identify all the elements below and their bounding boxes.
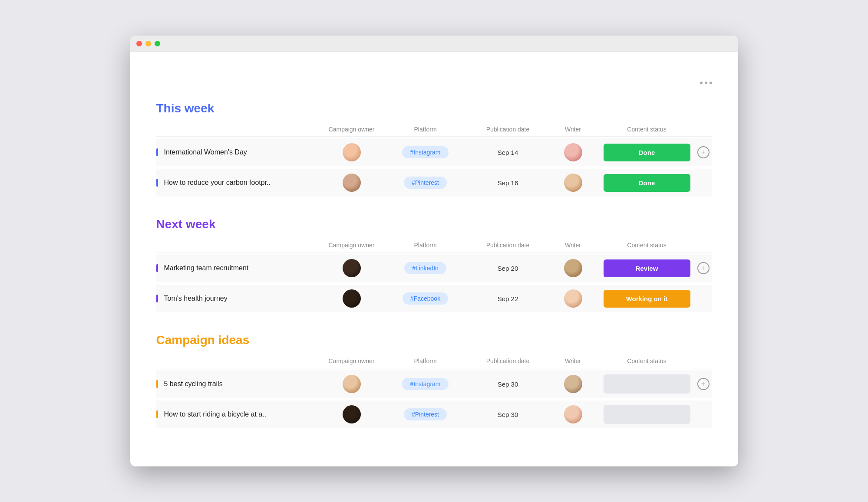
- platform-tag[interactable]: #Instagram: [402, 378, 448, 390]
- avatar: [564, 375, 582, 393]
- platform-cell: #Facebook: [382, 292, 469, 305]
- table-row: Marketing team recruitment#LinkedInSep 2…: [156, 254, 712, 282]
- table-header: Campaign ownerPlatformPublication dateWr…: [156, 238, 712, 253]
- platform-cell: #Instagram: [382, 378, 469, 390]
- section-campaign-ideas: Campaign ideasCampaign ownerPlatformPubl…: [156, 333, 712, 428]
- table-row: How to start riding a bicycle at a..#Pin…: [156, 400, 712, 428]
- status-button-done[interactable]: Done: [604, 144, 690, 161]
- section-header: Campaign ideas: [156, 333, 712, 347]
- row-border: [156, 179, 158, 187]
- writer-cell: [547, 289, 599, 308]
- add-row-button[interactable]: +: [697, 146, 710, 158]
- col-header-publication-date: Publication date: [469, 358, 547, 364]
- status-cell: Done: [599, 144, 695, 161]
- row-title: How to reduce your carbon footpr..: [164, 179, 271, 187]
- add-row-button[interactable]: +: [697, 378, 710, 390]
- avatar: [564, 174, 582, 192]
- col-header-campaign-owner: Campaign owner: [321, 126, 382, 133]
- platform-tag[interactable]: #LinkedIn: [404, 262, 446, 274]
- row-name-cell: How to start riding a bicycle at a..: [156, 405, 321, 423]
- publication-date: Sep 16: [498, 179, 518, 187]
- table-row: How to reduce your carbon footpr..#Pinte…: [156, 169, 712, 197]
- section-title: Campaign ideas: [156, 333, 712, 347]
- avatar: [564, 289, 582, 308]
- date-cell: Sep 30: [469, 381, 547, 388]
- section-header: This week: [156, 102, 712, 115]
- owner-cell: [321, 259, 382, 277]
- platform-cell: #Pinterest: [382, 177, 469, 189]
- row-border: [156, 264, 158, 272]
- publication-date: Sep 20: [498, 265, 518, 272]
- avatar: [564, 259, 582, 277]
- titlebar: [130, 36, 738, 52]
- row-name-cell: Tom's health journey: [156, 289, 321, 308]
- status-cell: Review: [599, 259, 695, 277]
- app-window: This weekCampaign ownerPlatformPublicati…: [130, 36, 738, 466]
- date-cell: Sep 16: [469, 179, 547, 187]
- avatar: [343, 259, 361, 277]
- status-button-done[interactable]: Done: [604, 174, 690, 192]
- add-row-button[interactable]: +: [697, 262, 710, 274]
- table: Campaign ownerPlatformPublication dateWr…: [156, 238, 712, 312]
- add-cell: +: [695, 262, 712, 274]
- col-header-platform: Platform: [382, 242, 469, 249]
- main-content: This weekCampaign ownerPlatformPublicati…: [130, 52, 738, 466]
- publication-date: Sep 22: [498, 295, 518, 302]
- owner-cell: [321, 143, 382, 161]
- avatar: [343, 405, 361, 423]
- owner-cell: [321, 289, 382, 308]
- status-empty[interactable]: [604, 374, 690, 394]
- more-menu-button[interactable]: [700, 74, 712, 84]
- platform-tag[interactable]: #Facebook: [403, 292, 448, 305]
- col-header-campaign-owner: Campaign owner: [321, 242, 382, 249]
- col-header-writer: Writer: [547, 242, 599, 249]
- col-header-content-status: Content status: [599, 358, 695, 364]
- publication-date: Sep 30: [498, 411, 518, 418]
- minimize-button[interactable]: [145, 41, 151, 46]
- row-title: 5 best cycling trails: [164, 380, 223, 388]
- section-next-week: Next weekCampaign ownerPlatformPublicati…: [156, 217, 712, 312]
- row-name-cell: How to reduce your carbon footpr..: [156, 174, 321, 192]
- section-header: Next week: [156, 217, 712, 231]
- avatar: [343, 375, 361, 393]
- row-name-cell: 5 best cycling trails: [156, 375, 321, 393]
- date-cell: Sep 22: [469, 295, 547, 302]
- publication-date: Sep 30: [498, 381, 518, 388]
- col-header-publication-date: Publication date: [469, 126, 547, 133]
- writer-cell: [547, 375, 599, 393]
- status-empty[interactable]: [604, 405, 690, 424]
- col-header-writer: Writer: [547, 358, 599, 364]
- platform-cell: #Pinterest: [382, 408, 469, 420]
- publication-date: Sep 14: [498, 149, 518, 156]
- add-cell: +: [695, 378, 712, 390]
- row-name-cell: Marketing team recruitment: [156, 259, 321, 277]
- owner-cell: [321, 375, 382, 393]
- avatar: [343, 143, 361, 161]
- status-button-working[interactable]: Working on it: [604, 290, 690, 308]
- status-cell: [599, 374, 695, 394]
- platform-tag[interactable]: #Pinterest: [404, 408, 447, 420]
- writer-cell: [547, 405, 599, 423]
- maximize-button[interactable]: [155, 41, 160, 46]
- more-dot: [700, 82, 703, 84]
- more-dot: [710, 82, 712, 84]
- row-title: How to start riding a bicycle at a..: [164, 410, 267, 418]
- col-header-content-status: Content status: [599, 126, 695, 133]
- page-header: [156, 74, 712, 84]
- close-button[interactable]: [136, 41, 142, 46]
- row-border: [156, 295, 158, 302]
- platform-tag[interactable]: #Pinterest: [404, 177, 447, 189]
- owner-cell: [321, 405, 382, 423]
- status-cell: [599, 405, 695, 424]
- section-this-week: This weekCampaign ownerPlatformPublicati…: [156, 102, 712, 197]
- status-button-review[interactable]: Review: [604, 259, 690, 277]
- section-title: Next week: [156, 217, 712, 231]
- row-name-cell: International Women's Day: [156, 143, 321, 161]
- row-border: [156, 380, 158, 388]
- platform-cell: #Instagram: [382, 146, 469, 158]
- table-row: International Women's Day#InstagramSep 1…: [156, 138, 712, 166]
- date-cell: Sep 20: [469, 265, 547, 272]
- col-header-content-status: Content status: [599, 242, 695, 249]
- platform-tag[interactable]: #Instagram: [402, 146, 448, 158]
- row-title: International Women's Day: [164, 148, 247, 156]
